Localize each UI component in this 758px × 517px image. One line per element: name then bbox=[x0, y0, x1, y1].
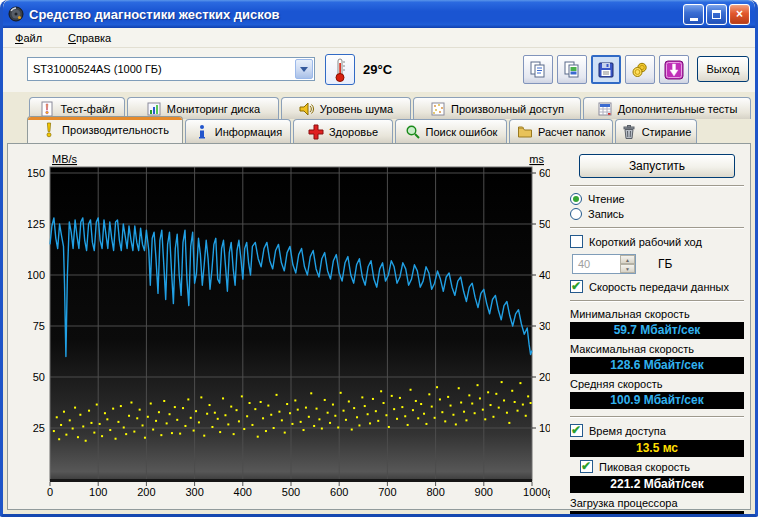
svg-text:30: 30 bbox=[539, 320, 550, 332]
save-button[interactable] bbox=[591, 55, 621, 84]
extra-tests-icon bbox=[597, 101, 613, 117]
tab-label: Мониторинг диска bbox=[167, 103, 260, 115]
tab-erase[interactable]: Стирание bbox=[615, 119, 697, 143]
checkbox-icon[interactable] bbox=[570, 235, 583, 248]
exclamation-icon bbox=[41, 122, 57, 138]
svg-text:800: 800 bbox=[426, 486, 444, 498]
max-speed-label: Максимальная скорость bbox=[570, 343, 744, 355]
copy-image-button[interactable] bbox=[557, 55, 587, 84]
minimize-button[interactable] bbox=[683, 4, 704, 25]
write-radio[interactable]: Запись bbox=[570, 208, 744, 220]
avg-speed-label: Средняя скорость bbox=[570, 378, 744, 390]
svg-text:0: 0 bbox=[47, 486, 53, 498]
min-speed-value: 59.7 Мбайт/сек bbox=[570, 322, 744, 339]
drive-select-value: ST31000524AS (1000 ГБ) bbox=[28, 63, 295, 75]
tab-label: Уровень шума bbox=[320, 103, 393, 115]
tab-health[interactable]: Здоровье bbox=[293, 119, 393, 143]
checkbox-icon[interactable] bbox=[570, 424, 583, 437]
separator bbox=[570, 185, 744, 187]
read-radio[interactable]: Чтение bbox=[570, 193, 744, 205]
svg-text:1000gB: 1000gB bbox=[523, 486, 550, 498]
tab-random-access[interactable]: Произвольный доступ bbox=[413, 97, 581, 119]
tab-label: Тест-файл bbox=[60, 103, 114, 115]
chevron-down-icon[interactable] bbox=[295, 59, 313, 79]
min-speed-label: Минимальная скорость bbox=[570, 308, 744, 320]
exit-button[interactable]: Выход bbox=[697, 56, 749, 82]
svg-text:600: 600 bbox=[330, 486, 348, 498]
svg-text:125: 125 bbox=[28, 218, 45, 230]
tab-extra-tests[interactable]: Дополнительные тесты bbox=[583, 97, 751, 119]
info-icon bbox=[194, 124, 210, 140]
tab-label: Стирание bbox=[642, 126, 692, 138]
cpu-usage-value: 1.3% bbox=[570, 511, 744, 517]
download-icon bbox=[664, 60, 684, 80]
tab-row-primary: Производительность Информация Здоровье П… bbox=[27, 119, 697, 143]
menu-help[interactable]: Справка bbox=[64, 30, 115, 46]
disk-monitor-icon bbox=[146, 101, 162, 117]
svg-text:40: 40 bbox=[539, 269, 550, 281]
copy-text-button[interactable] bbox=[523, 55, 553, 84]
speaker-icon bbox=[299, 101, 315, 117]
download-button[interactable] bbox=[659, 55, 689, 84]
transfer-speed-checkbox[interactable]: Скорость передачи данных bbox=[570, 280, 744, 293]
svg-text:100: 100 bbox=[28, 269, 45, 281]
coins-button[interactable] bbox=[625, 55, 655, 84]
max-speed-value: 128.6 Мбайт/сек bbox=[570, 357, 744, 374]
write-radio-label: Запись bbox=[588, 208, 624, 220]
radio-icon[interactable] bbox=[570, 193, 582, 205]
tab-label: Расчет папок bbox=[538, 126, 605, 138]
copy-text-icon bbox=[529, 61, 547, 79]
svg-text:ms: ms bbox=[529, 153, 544, 165]
svg-text:400: 400 bbox=[234, 486, 252, 498]
access-time-value: 13.5 мс bbox=[570, 440, 744, 457]
drive-select[interactable]: ST31000524AS (1000 ГБ) bbox=[27, 57, 315, 81]
svg-text:MB/s: MB/s bbox=[52, 153, 78, 165]
tab-folder-usage[interactable]: Расчет папок bbox=[509, 119, 613, 143]
temperature-button[interactable] bbox=[325, 54, 355, 85]
checkbox-icon[interactable] bbox=[570, 280, 583, 293]
magnifier-icon bbox=[405, 124, 421, 140]
svg-text:200: 200 bbox=[137, 486, 155, 498]
capacity-unit-label: ГБ bbox=[658, 257, 672, 271]
svg-text:60: 60 bbox=[539, 167, 550, 179]
avg-speed-value: 100.9 Мбайт/сек bbox=[570, 392, 744, 409]
thermometer-icon bbox=[333, 58, 347, 82]
read-radio-label: Чтение bbox=[588, 193, 625, 205]
maximize-button[interactable] bbox=[706, 4, 727, 25]
menu-bar: Файл Справка bbox=[3, 28, 755, 48]
coins-icon bbox=[631, 61, 649, 79]
burst-rate-checkbox[interactable]: Пиковая скорость bbox=[580, 460, 744, 473]
toolbar: ST31000524AS (1000 ГБ) 29°C bbox=[3, 48, 755, 92]
access-time-label: Время доступа bbox=[589, 425, 666, 437]
tab-info[interactable]: Информация bbox=[185, 119, 291, 143]
tab-label: Производительность bbox=[62, 124, 169, 136]
svg-text:150: 150 bbox=[28, 167, 45, 179]
access-time-checkbox[interactable]: Время доступа bbox=[570, 424, 744, 437]
svg-text:500: 500 bbox=[282, 486, 300, 498]
separator bbox=[570, 416, 744, 418]
svg-text:10: 10 bbox=[539, 422, 550, 434]
window-title: Средство диагностики жестких дисков bbox=[29, 7, 683, 22]
spinner-down-icon[interactable]: ▼ bbox=[620, 264, 635, 273]
short-stroke-checkbox[interactable]: Короткий рабочий ход bbox=[570, 235, 744, 248]
random-access-icon bbox=[430, 101, 446, 117]
checkbox-icon[interactable] bbox=[580, 460, 593, 473]
menu-file[interactable]: Файл bbox=[11, 30, 46, 46]
close-button[interactable]: × bbox=[729, 4, 750, 25]
benchmark-chart: 1501251007550256050403020100100200300400… bbox=[28, 150, 550, 508]
tab-benchmark[interactable]: Производительность bbox=[27, 116, 183, 143]
tab-noise-level[interactable]: Уровень шума bbox=[281, 97, 411, 119]
folder-icon bbox=[517, 124, 533, 140]
separator bbox=[570, 227, 744, 229]
svg-text:50: 50 bbox=[33, 371, 45, 383]
radio-icon[interactable] bbox=[570, 208, 582, 220]
copy-image-icon bbox=[563, 61, 581, 79]
tab-error-scan[interactable]: Поиск ошибок bbox=[395, 119, 507, 143]
start-button[interactable]: Запустить bbox=[579, 154, 735, 178]
capacity-value: 40 bbox=[573, 255, 620, 273]
cpu-usage-label: Загрузка процессора bbox=[570, 497, 744, 509]
capacity-spinner[interactable]: 40 ▲ ▼ bbox=[572, 254, 636, 274]
title-bar: Средство диагностики жестких дисков × bbox=[3, 0, 755, 28]
spinner-up-icon[interactable]: ▲ bbox=[620, 255, 635, 264]
tab-label: Здоровье bbox=[329, 126, 378, 138]
